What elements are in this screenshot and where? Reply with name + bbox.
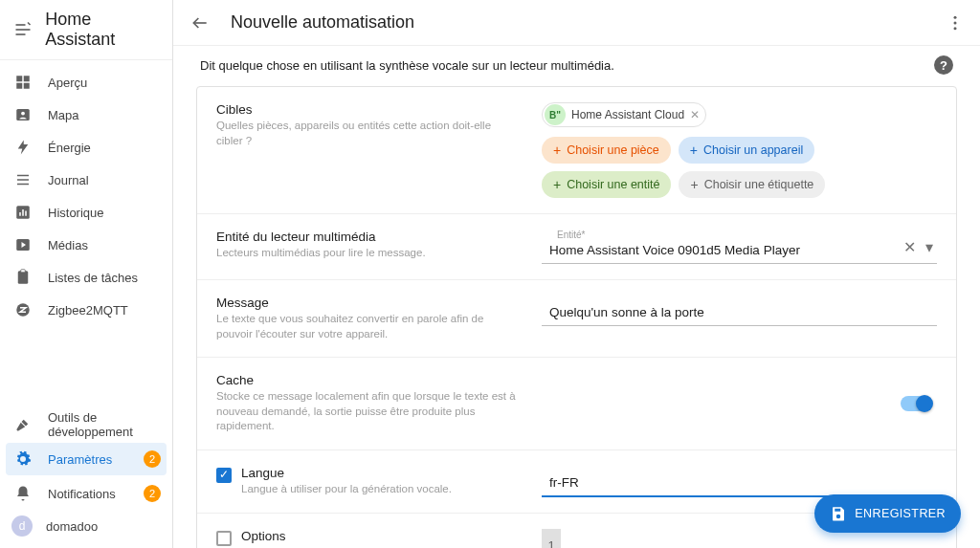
sidebar-item-label: domadoo bbox=[46, 519, 161, 534]
sidebar-item-todo[interactable]: Listes de tâches bbox=[0, 261, 172, 294]
field-label: Entité* bbox=[549, 230, 585, 240]
chip-label: Choisir une étiquette bbox=[704, 178, 814, 191]
save-icon bbox=[830, 505, 847, 522]
sidebar-item-label: Historique bbox=[48, 206, 161, 220]
save-fab[interactable]: ENREGISTRER bbox=[814, 494, 961, 533]
sidebar-item-devtools[interactable]: Outils de développement bbox=[0, 408, 172, 441]
sidebar-item-map[interactable]: Mapa bbox=[0, 99, 172, 131]
svg-rect-3 bbox=[16, 76, 22, 81]
dropdown-button[interactable]: ▾ bbox=[925, 237, 933, 255]
gear-icon bbox=[11, 450, 34, 468]
sidebar-item-history[interactable]: Historique bbox=[0, 196, 172, 229]
cache-title: Cache bbox=[216, 373, 519, 387]
content: Dit quelque chose en utilisant la synthè… bbox=[173, 46, 980, 548]
back-button[interactable] bbox=[189, 11, 212, 34]
topbar: Nouvelle automatisation bbox=[173, 0, 980, 46]
sidebar-item-settings[interactable]: Paramètres 2 bbox=[6, 443, 167, 475]
svg-rect-17 bbox=[18, 271, 29, 284]
menu-icon bbox=[13, 20, 33, 39]
help-button[interactable]: ? bbox=[934, 55, 953, 75]
media-entity-title: Entité du lecteur multimédia bbox=[216, 230, 519, 244]
sidebar-item-label: Outils de développement bbox=[48, 410, 161, 439]
svg-rect-18 bbox=[21, 270, 26, 273]
clipboard-icon bbox=[11, 269, 34, 286]
sidebar: Home Assistant Aperçu Mapa Énergie Journ… bbox=[0, 0, 173, 548]
plus-icon: + bbox=[690, 177, 698, 192]
app-title: Home Assistant bbox=[45, 10, 161, 50]
choose-label-chip[interactable]: +Choisir une étiquette bbox=[679, 171, 825, 198]
choose-device-chip[interactable]: +Choisir un appareil bbox=[679, 137, 814, 164]
targets-sub: Quelles pièces, appareils ou entités cet… bbox=[216, 119, 519, 148]
sidebar-item-user[interactable]: d domadoo bbox=[0, 510, 172, 542]
action-card: Cibles Quelles pièces, appareils ou enti… bbox=[196, 86, 957, 548]
section-message: Message Le texte que vous souhaitez conv… bbox=[197, 280, 956, 358]
sidebar-item-energy[interactable]: Énergie bbox=[0, 131, 172, 164]
chip-label: Choisir une entité bbox=[567, 178, 659, 191]
main: Nouvelle automatisation Dit quelque chos… bbox=[173, 0, 980, 548]
user-avatar: d bbox=[11, 515, 33, 537]
section-targets: Cibles Quelles pièces, appareils ou enti… bbox=[197, 87, 956, 214]
svg-point-21 bbox=[954, 15, 957, 18]
clear-button[interactable]: ✕ bbox=[903, 237, 916, 255]
plus-icon: + bbox=[553, 142, 561, 158]
language-input[interactable] bbox=[542, 466, 937, 497]
options-title: Options bbox=[241, 529, 519, 543]
choose-room-chip[interactable]: +Choisir une pièce bbox=[542, 137, 671, 164]
language-checkbox[interactable] bbox=[216, 468, 232, 483]
message-input[interactable] bbox=[542, 296, 937, 326]
options-checkbox[interactable] bbox=[216, 531, 232, 546]
arrow-left-icon bbox=[190, 13, 210, 33]
sidebar-item-label: Médias bbox=[48, 238, 161, 252]
sidebar-item-label: Paramètres bbox=[48, 452, 144, 467]
sidebar-item-notifications[interactable]: Notifications 2 bbox=[0, 477, 172, 510]
sidebar-item-label: Listes de tâches bbox=[48, 271, 161, 285]
bell-icon bbox=[11, 485, 34, 502]
cloud-tts-icon: B" bbox=[545, 104, 566, 125]
sidebar-header: Home Assistant bbox=[0, 0, 172, 60]
options-prefix: 1 bbox=[542, 529, 561, 548]
svg-rect-6 bbox=[24, 83, 30, 89]
sidebar-item-label: Aperçu bbox=[48, 76, 161, 90]
sidebar-item-label: Notifications bbox=[48, 487, 144, 501]
settings-badge: 2 bbox=[144, 450, 161, 468]
svg-point-23 bbox=[954, 27, 957, 30]
svg-rect-14 bbox=[22, 209, 24, 216]
svg-point-22 bbox=[954, 21, 957, 24]
media-entity-select[interactable]: Entité* Home Assistant Voice 0901d5 Medi… bbox=[542, 230, 937, 264]
language-sub: Langue à utiliser pour la génération voc… bbox=[241, 482, 519, 497]
options-sub: Un dictionnaire contenant des options sp… bbox=[241, 545, 519, 548]
page-title: Nouvelle automatisation bbox=[231, 12, 946, 33]
language-title: Langue bbox=[241, 466, 519, 480]
message-title: Message bbox=[216, 296, 519, 310]
description-text: Dit quelque chose en utilisant la synthè… bbox=[200, 58, 934, 73]
chip-label: Choisir un appareil bbox=[703, 143, 803, 157]
svg-rect-5 bbox=[16, 83, 22, 89]
chip-label: Choisir une pièce bbox=[567, 143, 659, 157]
sidebar-items: Aperçu Mapa Énergie Journal Historique M… bbox=[0, 60, 172, 548]
media-entity-sub: Lecteurs multimédias pour lire le messag… bbox=[216, 246, 519, 261]
target-entity-chip[interactable]: B" Home Assistant Cloud ✕ bbox=[542, 102, 706, 127]
sidebar-item-logbook[interactable]: Journal bbox=[0, 164, 172, 196]
sidebar-item-media[interactable]: Médias bbox=[0, 229, 172, 261]
svg-point-8 bbox=[21, 112, 25, 116]
hammer-icon bbox=[11, 416, 34, 433]
dots-vertical-icon bbox=[946, 13, 965, 33]
description-row: Dit quelque chose en utilisant la synthè… bbox=[189, 46, 965, 86]
sidebar-item-label: Journal bbox=[48, 173, 161, 187]
menu-toggle-button[interactable] bbox=[11, 18, 33, 41]
choose-entity-chip[interactable]: +Choisir une entité bbox=[542, 171, 671, 198]
section-cache: Cache Stocke ce message localement afin … bbox=[197, 358, 956, 450]
notifications-badge: 2 bbox=[144, 485, 161, 502]
sidebar-item-zigbee[interactable]: Zigbee2MQTT bbox=[0, 294, 172, 326]
list-icon bbox=[11, 171, 34, 188]
targets-title: Cibles bbox=[216, 102, 519, 117]
overflow-menu-button[interactable] bbox=[946, 13, 965, 33]
svg-rect-15 bbox=[25, 211, 27, 216]
plus-icon: + bbox=[690, 142, 698, 158]
remove-chip-button[interactable]: ✕ bbox=[690, 108, 700, 121]
sidebar-item-label: Zigbee2MQTT bbox=[48, 303, 161, 318]
message-sub: Le texte que vous souhaitez convertir en… bbox=[216, 312, 519, 341]
cache-switch[interactable] bbox=[901, 396, 931, 411]
sidebar-item-label: Énergie bbox=[48, 141, 161, 155]
sidebar-item-overview[interactable]: Aperçu bbox=[0, 66, 172, 99]
